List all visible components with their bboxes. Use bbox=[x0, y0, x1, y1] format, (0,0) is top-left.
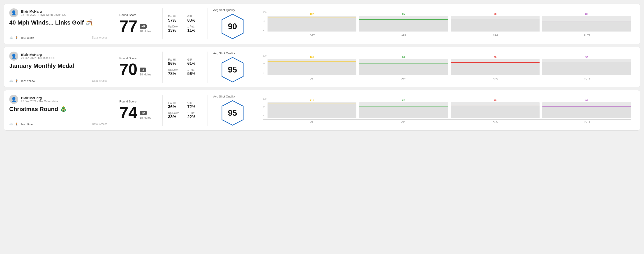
tee-info: ☁️ 🏌️ Tee: Black bbox=[9, 36, 34, 39]
chart-label-app: APP bbox=[360, 121, 448, 123]
left-section: 👤 Blair McHarg 12 Feb 2022 · Royal North… bbox=[9, 8, 113, 39]
round-title: 40 Mph Winds... Links Golf 🪃 bbox=[9, 19, 107, 26]
chart-labels: OTTAPPARGPUTT bbox=[268, 77, 631, 80]
bar-group-ott: 101 bbox=[268, 56, 356, 75]
updown-value: 33% bbox=[168, 28, 183, 33]
bar-value-app: 86 bbox=[402, 56, 405, 59]
bar-fill-ott bbox=[268, 61, 356, 75]
fw-hit-label: FW Hit bbox=[168, 101, 183, 105]
avatar: 👤 bbox=[9, 52, 18, 61]
weather-icon: ☁️ bbox=[9, 122, 13, 126]
hexagon: 90 bbox=[221, 13, 244, 39]
bar-value-ott: 110 bbox=[310, 99, 314, 102]
fw-hit-value: 57% bbox=[168, 18, 183, 23]
bar-value-app: 87 bbox=[402, 99, 405, 102]
chart-label-app: APP bbox=[360, 34, 448, 37]
hexagon-score: 95 bbox=[228, 65, 237, 75]
user-date-course: 12 Feb 2022 · Royal North Devon GC bbox=[21, 13, 66, 16]
chart-label-putt: PUTT bbox=[543, 34, 631, 37]
y-axis: 100 50 0 bbox=[263, 54, 266, 75]
score-number: 77 bbox=[119, 18, 137, 34]
quality-label: Avg Shot Quality bbox=[213, 52, 235, 55]
fw-hit-value: 86% bbox=[168, 61, 183, 66]
bar-line-arg bbox=[451, 106, 540, 106]
round-score-label: Round Score bbox=[119, 100, 156, 103]
chart-label-arg: ARG bbox=[452, 34, 540, 37]
fw-hit-label: FW Hit bbox=[168, 58, 183, 61]
hexagon-score: 95 bbox=[228, 108, 237, 118]
oneputt-value: 22% bbox=[188, 115, 202, 119]
bar-fill-putt bbox=[542, 62, 631, 75]
bar-line-app bbox=[359, 107, 448, 107]
user-name: Blair McHarg bbox=[21, 96, 58, 100]
golf-icon: 🏌️ bbox=[15, 122, 19, 126]
bar-value-putt: 93 bbox=[585, 99, 588, 102]
oneputt-stat: 1 Putt 11% bbox=[188, 25, 202, 33]
bar-line-ott bbox=[268, 104, 356, 104]
score-row: 70 -2 18 Holes bbox=[119, 61, 156, 77]
y-label-50: 50 bbox=[263, 63, 266, 66]
holes-text: 18 Holes bbox=[140, 73, 151, 76]
round-card-3: 👤 Blair McHarg 27 Dec 2021 · The Oxfords… bbox=[4, 90, 640, 130]
y-label-0: 0 bbox=[263, 72, 266, 74]
hexagon: 95 bbox=[221, 57, 244, 83]
score-row: 74 +2 18 Holes bbox=[119, 105, 156, 121]
stats-section: FW Hit 86% GIR 61% Up/Down 78% 1 Putt 56… bbox=[163, 52, 208, 83]
user-row: 👤 Blair McHarg 27 Dec 2021 · The Oxfords… bbox=[9, 95, 107, 104]
quality-label: Avg Shot Quality bbox=[213, 95, 235, 98]
y-label-100: 100 bbox=[263, 11, 266, 14]
updown-label: Up/Down bbox=[168, 68, 183, 71]
chart-label-putt: PUTT bbox=[543, 121, 631, 123]
stats-section: FW Hit 36% GIR 72% Up/Down 33% 1 Putt 22… bbox=[163, 95, 208, 126]
stats-grid: FW Hit 57% GIR 83% Up/Down 33% 1 Putt 11… bbox=[168, 15, 202, 33]
quality-section: Avg Shot Quality 90 bbox=[208, 8, 257, 39]
fw-hit-stat: FW Hit 86% bbox=[168, 58, 183, 66]
score-section: Round Score 77 +5 18 Holes bbox=[113, 8, 163, 39]
bar-group-putt: 93 bbox=[542, 99, 631, 118]
avatar: 👤 bbox=[9, 95, 18, 104]
bar-wrapper-ott bbox=[268, 59, 356, 75]
round-card-1: 👤 Blair McHarg 12 Feb 2022 · Royal North… bbox=[4, 3, 640, 44]
updown-stat: Up/Down 78% bbox=[168, 68, 183, 76]
quality-section: Avg Shot Quality 95 bbox=[208, 95, 257, 126]
user-row: 👤 Blair McHarg 29 Jan 2022 · Mill Ride G… bbox=[9, 52, 107, 61]
bar-value-ott: 101 bbox=[310, 56, 314, 59]
gir-stat: GIR 61% bbox=[188, 58, 202, 66]
bar-line-arg bbox=[451, 62, 540, 63]
bar-wrapper-ott bbox=[268, 16, 356, 31]
chart-area: 100 50 0 101 86 bbox=[263, 54, 631, 75]
stats-grid: FW Hit 36% GIR 72% Up/Down 33% 1 Putt 22… bbox=[168, 101, 202, 119]
golf-icon: 🏌️ bbox=[15, 79, 19, 83]
stats-grid: FW Hit 86% GIR 61% Up/Down 78% 1 Putt 56… bbox=[168, 58, 202, 76]
user-icon: 👤 bbox=[11, 10, 17, 15]
fw-hit-stat: FW Hit 57% bbox=[168, 15, 183, 23]
bar-value-putt: 82 bbox=[585, 13, 588, 15]
score-row: 77 +5 18 Holes bbox=[119, 18, 156, 34]
bar-chart: 100 50 0 101 86 bbox=[263, 54, 631, 80]
score-badge: +5 bbox=[140, 24, 146, 29]
user-date-course: 27 Dec 2021 · The Oxfordshire bbox=[21, 100, 58, 103]
bar-wrapper-arg bbox=[451, 16, 540, 31]
updown-label: Up/Down bbox=[168, 112, 183, 115]
fw-hit-value: 36% bbox=[168, 105, 183, 109]
score-badge-col: +5 18 Holes bbox=[140, 24, 151, 34]
y-axis: 100 50 0 bbox=[263, 11, 266, 31]
bar-wrapper-putt bbox=[542, 59, 631, 75]
bar-fill-ott bbox=[268, 17, 356, 31]
bar-value-arg: 96 bbox=[494, 56, 496, 59]
bar-wrapper-putt bbox=[542, 102, 631, 118]
gir-value: 61% bbox=[188, 61, 202, 66]
round-card-2: 👤 Blair McHarg 29 Jan 2022 · Mill Ride G… bbox=[4, 47, 640, 87]
gir-label: GIR bbox=[188, 101, 202, 105]
bar-line-app bbox=[359, 64, 448, 64]
bar-group-ott: 107 bbox=[268, 13, 356, 31]
hexagon-container: 95 bbox=[221, 100, 244, 126]
bar-group-app: 86 bbox=[359, 56, 448, 75]
tee-info: ☁️ 🏌️ Tee: Yellow bbox=[9, 79, 35, 83]
bar-value-arg: 98 bbox=[494, 13, 496, 15]
chart-section: 100 50 0 107 95 bbox=[257, 8, 635, 39]
bar-wrapper-ott bbox=[268, 102, 356, 118]
oneputt-value: 56% bbox=[188, 71, 202, 76]
data-source: Data: Arccos bbox=[92, 123, 107, 126]
chart-label-ott: OTT bbox=[268, 34, 356, 37]
